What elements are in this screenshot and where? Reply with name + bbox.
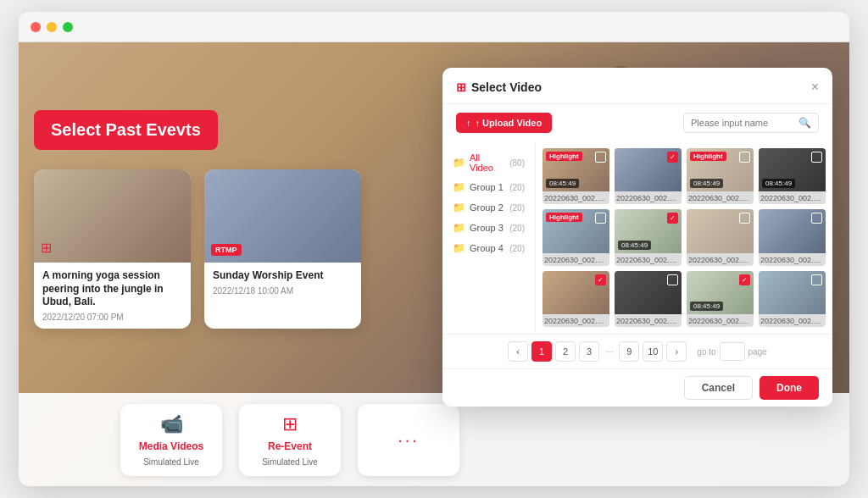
thumb-filename: 20220630_002.png bbox=[615, 191, 682, 204]
nav-item-group2[interactable]: 📁 Group 2 (20) bbox=[442, 197, 535, 218]
nav-label-group2: Group 2 bbox=[470, 202, 505, 213]
modal-title-icon: ⊞ bbox=[456, 80, 466, 94]
video-thumb-v11[interactable]: 08:45:4920220630_002.png bbox=[687, 271, 754, 327]
go-to-input[interactable] bbox=[720, 342, 745, 361]
video-thumb-v1[interactable]: Highlight08:45:4920220630_002.png bbox=[542, 148, 609, 204]
thumb-filename: 20220630_002.png bbox=[615, 253, 682, 266]
thumb-filename: 20220630_002.png bbox=[687, 314, 754, 327]
search-input[interactable] bbox=[691, 118, 794, 128]
video-grid-area: Highlight08:45:4920220630_002.png2022063… bbox=[536, 141, 832, 334]
video-thumb-v5[interactable]: Highlight20220630_002.png bbox=[542, 209, 609, 265]
video-thumb-v8[interactable]: 20220630_002.png bbox=[759, 209, 826, 265]
thumb-filename: 20220630_002.png bbox=[687, 191, 754, 204]
modal-title: ⊞ Select Video bbox=[456, 80, 542, 94]
nav-item-group1[interactable]: 📁 Group 1 (20) bbox=[442, 177, 535, 197]
thumb-time: 08:45:49 bbox=[546, 179, 579, 188]
page-button-10[interactable]: 10 bbox=[643, 341, 663, 362]
thumb-checkbox[interactable] bbox=[595, 213, 606, 224]
nav-count-all-video: (80) bbox=[509, 158, 525, 168]
nav-item-group3[interactable]: 📁 Group 3 (20) bbox=[442, 218, 535, 238]
thumb-filename: 20220630_002.png bbox=[759, 253, 826, 266]
page-button-2[interactable]: 2 bbox=[555, 341, 576, 362]
traffic-light-green[interactable] bbox=[63, 22, 73, 32]
prev-page-button[interactable]: ‹ bbox=[508, 341, 528, 362]
folder-icon-group4: 📁 bbox=[453, 242, 465, 254]
page-button-1[interactable]: 1 bbox=[531, 341, 552, 362]
thumb-checkbox[interactable] bbox=[595, 274, 606, 285]
nav-item-all-video[interactable]: 📁 All Video (80) bbox=[442, 148, 535, 177]
modal-footer: Cancel Done bbox=[442, 368, 832, 407]
nav-count-group3: (20) bbox=[509, 224, 525, 233]
video-thumb-v10[interactable]: 20220630_002.png bbox=[615, 271, 682, 327]
thumb-checkbox[interactable] bbox=[811, 213, 822, 224]
select-video-modal: ⊞ Select Video × ↑ ↑ Upload Video 🔍 bbox=[442, 68, 832, 407]
modal-close-button[interactable]: × bbox=[811, 80, 819, 95]
upload-icon: ↑ bbox=[466, 118, 471, 128]
thumb-time: 08:45:49 bbox=[762, 179, 795, 188]
highlight-badge: Highlight bbox=[546, 152, 582, 161]
thumb-checkbox[interactable] bbox=[595, 152, 606, 163]
thumb-checkbox[interactable] bbox=[739, 274, 750, 285]
thumb-filename: 20220630_002.png bbox=[542, 191, 609, 204]
video-thumb-v9[interactable]: 20220630_002.png bbox=[542, 271, 609, 327]
nav-count-group4: (20) bbox=[509, 244, 525, 253]
nav-label-group3: Group 3 bbox=[470, 223, 505, 233]
highlight-badge: Highlight bbox=[690, 152, 726, 161]
thumb-checkbox[interactable] bbox=[667, 213, 678, 224]
video-thumb-v12[interactable]: 20220630_002.png bbox=[759, 271, 826, 327]
page-label: page bbox=[748, 347, 767, 357]
video-thumb-v6[interactable]: 08:45:4920220630_002.png bbox=[615, 209, 682, 265]
video-thumb-v7[interactable]: 20220630_002.png bbox=[687, 209, 754, 265]
nav-label-group4: Group 4 bbox=[470, 243, 505, 253]
browser-titlebar bbox=[19, 12, 849, 42]
nav-label-all-video: All Video bbox=[470, 152, 505, 173]
page-button-9[interactable]: 9 bbox=[619, 341, 639, 362]
thumb-checkbox[interactable] bbox=[667, 152, 678, 163]
folder-icon-group3: 📁 bbox=[453, 222, 465, 234]
highlight-badge: Highlight bbox=[546, 213, 582, 222]
thumb-filename: 20220630_002.png bbox=[542, 314, 609, 327]
search-box: 🔍 bbox=[683, 113, 819, 133]
nav-item-group4[interactable]: 📁 Group 4 (20) bbox=[442, 238, 535, 258]
page-button-3[interactable]: 3 bbox=[579, 341, 599, 362]
modal-overlay: ⊞ Select Video × ↑ ↑ Upload Video 🔍 bbox=[19, 42, 849, 486]
modal-pagination: ‹ 1 2 3 ··· 9 10 › go to page bbox=[442, 334, 832, 368]
go-to-container: go to page bbox=[697, 342, 767, 361]
thumb-checkbox[interactable] bbox=[811, 274, 822, 285]
thumb-filename: 20220630_002.png bbox=[615, 314, 682, 327]
video-thumb-v3[interactable]: Highlight08:45:4920220630_002.png bbox=[687, 148, 754, 204]
thumb-filename: 20220630_002.png bbox=[687, 253, 754, 266]
upload-video-button[interactable]: ↑ ↑ Upload Video bbox=[456, 113, 552, 133]
traffic-light-yellow[interactable] bbox=[47, 22, 57, 32]
search-icon: 🔍 bbox=[798, 117, 811, 129]
done-button[interactable]: Done bbox=[760, 376, 819, 400]
upload-label: ↑ Upload Video bbox=[476, 118, 542, 128]
video-grid: Highlight08:45:4920220630_002.png2022063… bbox=[542, 148, 826, 327]
video-thumb-v4[interactable]: 08:45:4920220630_002.png bbox=[759, 148, 826, 204]
browser-content: Select Past Evevts ⊞ A morning yoga sess… bbox=[19, 42, 849, 486]
thumb-filename: 20220630_002.png bbox=[759, 314, 826, 327]
browser-window: Select Past Evevts ⊞ A morning yoga sess… bbox=[19, 12, 849, 486]
modal-toolbar: ↑ ↑ Upload Video 🔍 bbox=[442, 104, 832, 141]
thumb-checkbox[interactable] bbox=[739, 152, 750, 163]
modal-title-text: Select Video bbox=[471, 80, 542, 94]
modal-body: 📁 All Video (80) 📁 Group 1 (20) 📁 Group … bbox=[442, 141, 832, 334]
folder-icon-group1: 📁 bbox=[453, 181, 465, 193]
folder-icon-all: 📁 bbox=[453, 157, 465, 169]
video-thumb-v2[interactable]: 20220630_002.png bbox=[615, 148, 682, 204]
thumb-filename: 20220630_002.png bbox=[759, 191, 826, 204]
next-page-button[interactable]: › bbox=[666, 341, 687, 362]
go-label: go to bbox=[697, 347, 715, 357]
thumb-time: 08:45:49 bbox=[690, 179, 723, 188]
thumb-filename: 20220630_002.png bbox=[542, 253, 609, 266]
traffic-light-red[interactable] bbox=[31, 22, 41, 32]
modal-header: ⊞ Select Video × bbox=[442, 68, 832, 104]
cancel-button[interactable]: Cancel bbox=[684, 376, 753, 400]
nav-label-group1: Group 1 bbox=[470, 182, 505, 192]
folder-icon-group2: 📁 bbox=[453, 202, 465, 213]
nav-count-group2: (20) bbox=[509, 203, 525, 213]
thumb-checkbox[interactable] bbox=[811, 152, 822, 163]
thumb-checkbox[interactable] bbox=[739, 213, 750, 224]
thumb-time: 08:45:49 bbox=[618, 241, 651, 250]
thumb-checkbox[interactable] bbox=[667, 274, 678, 285]
